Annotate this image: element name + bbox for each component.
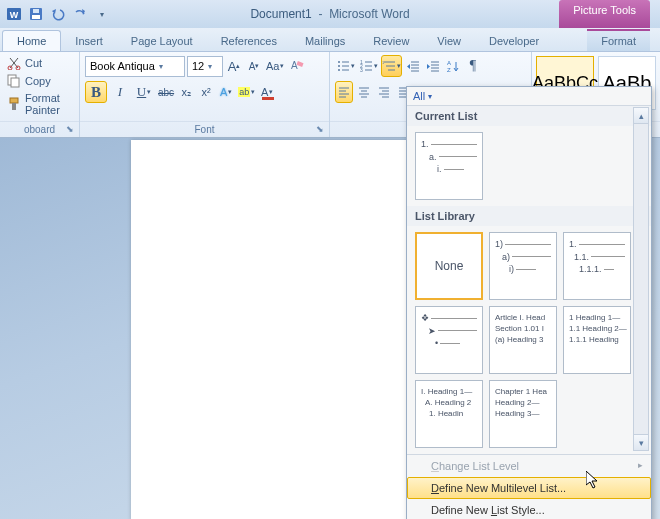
current-list-header: Current List <box>407 106 651 126</box>
svg-rect-3 <box>32 15 40 19</box>
tab-format[interactable]: Format <box>587 29 650 51</box>
svg-rect-8 <box>11 78 19 87</box>
svg-text:A: A <box>291 60 298 71</box>
tab-view[interactable]: View <box>423 31 475 51</box>
copy-icon <box>7 74 21 88</box>
font-dialog-launcher[interactable]: ⬊ <box>314 124 326 136</box>
define-new-list-style-menu[interactable]: Define New List Style... <box>407 499 651 519</box>
increase-indent-button[interactable] <box>424 55 442 77</box>
cut-icon <box>7 56 21 70</box>
clipboard-group-label: oboard⬊ <box>0 121 79 137</box>
svg-text:3: 3 <box>360 67 363 73</box>
thumb-1dot[interactable]: 1. 1.1. 1.1.1. <box>563 232 631 300</box>
multilevel-list-gallery: All▾ Current List 1. a. i. List Library … <box>406 86 652 519</box>
contextual-tab-picture: Picture Tools <box>559 0 650 28</box>
numbering-button[interactable]: 123▾ <box>358 55 379 77</box>
thumb-roman-heading[interactable]: I. Heading 1— A. Heading 2 1. Headin <box>415 380 483 448</box>
clipboard-dialog-launcher[interactable]: ⬊ <box>64 124 76 136</box>
thumb-bullets-multi[interactable]: ❖ ➤ • <box>415 306 483 374</box>
align-center-button[interactable] <box>355 81 373 103</box>
format-painter-icon <box>7 97 21 111</box>
text-effects-button[interactable]: A▾ <box>217 81 235 103</box>
undo-icon[interactable] <box>48 4 68 24</box>
clear-format-icon: A <box>288 59 304 73</box>
align-right-button[interactable] <box>375 81 393 103</box>
svg-point-17 <box>338 69 340 71</box>
svg-point-15 <box>338 65 340 67</box>
copy-button[interactable]: Copy <box>5 73 74 89</box>
svg-rect-10 <box>12 103 16 110</box>
thumb-1heading[interactable]: 1 Heading 1— 1.1 Heading 2— 1.1.1 Headin… <box>563 306 631 374</box>
strikethrough-button[interactable]: abc <box>157 81 175 103</box>
qat-more-icon[interactable]: ▾ <box>92 4 112 24</box>
redo-icon[interactable] <box>70 4 90 24</box>
cut-button[interactable]: Cut <box>5 55 74 71</box>
window-title: Document1 - Microsoft Word <box>250 7 409 21</box>
bullets-button[interactable]: ▾ <box>335 55 356 77</box>
show-marks-button[interactable]: ¶ <box>464 55 482 77</box>
italic-button[interactable]: I <box>109 81 131 103</box>
highlight-button[interactable]: ab▾ <box>237 81 256 103</box>
font-name-combo[interactable]: Book Antiqua▾ <box>85 56 185 77</box>
decrease-indent-button[interactable] <box>404 55 422 77</box>
superscript-button[interactable]: x² <box>197 81 215 103</box>
subscript-button[interactable]: x₂ <box>177 81 195 103</box>
word-icon[interactable]: W <box>4 4 24 24</box>
tab-insert[interactable]: Insert <box>61 31 117 51</box>
change-level-text: hange List Level <box>439 460 519 472</box>
svg-rect-9 <box>10 98 18 103</box>
tab-mailings[interactable]: Mailings <box>291 31 359 51</box>
tab-home[interactable]: Home <box>2 30 61 51</box>
tab-developer[interactable]: Developer <box>475 31 553 51</box>
tab-references[interactable]: References <box>207 31 291 51</box>
sort-button[interactable]: AZ <box>444 55 462 77</box>
thumb-article[interactable]: Article I. Head Section 1.01 I (a) Headi… <box>489 306 557 374</box>
scroll-up-icon[interactable]: ▴ <box>634 108 648 124</box>
font-group-label: Font⬊ <box>80 121 329 137</box>
change-list-level-menu: Change List Level ▸ <box>407 455 651 477</box>
svg-rect-4 <box>33 9 39 13</box>
bold-button[interactable]: B <box>85 81 107 103</box>
thumb-none[interactable]: None <box>415 232 483 300</box>
svg-text:A: A <box>447 60 451 66</box>
multilevel-list-button[interactable]: 1▾ <box>381 55 402 77</box>
thumb-current-list[interactable]: 1. a. i. <box>415 132 483 200</box>
scroll-down-icon[interactable]: ▾ <box>634 434 648 450</box>
define-new-multilevel-menu[interactable]: Define New Multilevel List... <box>407 477 651 499</box>
thumb-1paren[interactable]: 1) a) i) <box>489 232 557 300</box>
submenu-arrow-icon: ▸ <box>638 460 643 470</box>
underline-button[interactable]: U▾ <box>133 81 155 103</box>
format-painter-button[interactable]: Format Painter <box>5 91 74 117</box>
align-left-button[interactable] <box>335 81 353 103</box>
thumb-chapter[interactable]: Chapter 1 Hea Heading 2— Heading 3— <box>489 380 557 448</box>
clear-formatting-button[interactable]: A <box>287 55 305 77</box>
tab-review[interactable]: Review <box>359 31 423 51</box>
ribbon-tabs: Home Insert Page Layout References Maili… <box>0 28 660 52</box>
font-size-combo[interactable]: 12▾ <box>187 56 223 77</box>
svg-text:Z: Z <box>447 67 451 73</box>
gallery-filter-all[interactable]: All▾ <box>407 87 651 106</box>
gallery-scrollbar[interactable]: ▴ ▾ <box>633 107 649 451</box>
tab-page-layout[interactable]: Page Layout <box>117 31 207 51</box>
svg-text:W: W <box>10 10 19 20</box>
save-icon[interactable] <box>26 4 46 24</box>
font-color-button[interactable]: A▾ <box>258 81 276 103</box>
change-case-button[interactable]: Aa▾ <box>265 55 285 77</box>
grow-font-button[interactable]: A▴ <box>225 55 243 77</box>
shrink-font-button[interactable]: A▾ <box>245 55 263 77</box>
list-library-header: List Library <box>407 206 651 226</box>
svg-point-13 <box>338 61 340 63</box>
